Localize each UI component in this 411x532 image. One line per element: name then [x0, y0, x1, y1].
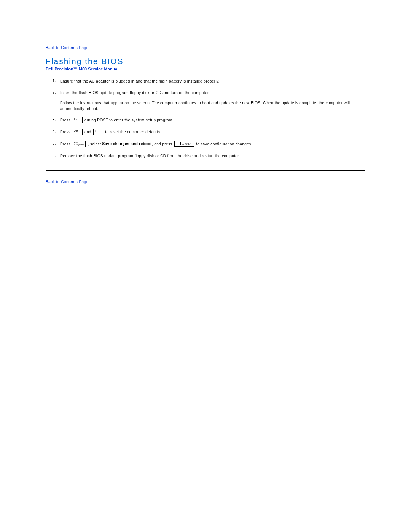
bold-text: Save changes and reboot — [102, 141, 152, 145]
step-text: , and press — [152, 142, 174, 146]
back-to-contents-link-top[interactable]: Back to Contents Page — [46, 46, 89, 50]
f2-key-icon: F2 — [73, 117, 83, 123]
step-text: to reset the computer defaults. — [105, 130, 161, 134]
list-item: Press Esc Suspend , select Save changes … — [57, 141, 365, 147]
f-key-icon: F — [93, 129, 103, 135]
esc-suspend-key-icon: Esc Suspend — [73, 141, 86, 147]
page-title: Flashing the BIOS — [46, 57, 365, 66]
step-text: during POST to enter the system setup pr… — [84, 118, 174, 122]
step-text: Insert the flash BIOS update program flo… — [60, 91, 210, 95]
step-text: and — [84, 130, 92, 134]
step-text: Remove the flash BIOS update program flo… — [60, 154, 240, 158]
step-text: Press — [60, 118, 72, 122]
back-to-contents-link-bottom[interactable]: Back to Contents Page — [46, 180, 89, 184]
steps-list: Ensure that the AC adapter is plugged in… — [46, 78, 365, 159]
step-text: to save configuration changes. — [196, 142, 252, 146]
step-text: , select — [88, 142, 102, 146]
page-subtitle: Dell Precision™ M60 Service Manual — [46, 67, 365, 71]
list-item: Ensure that the AC adapter is plugged in… — [57, 78, 365, 84]
alt-key-icon: Alt — [73, 129, 83, 135]
step-continuation: Follow the instructions that appear on t… — [60, 100, 365, 112]
step-text: Ensure that the AC adapter is plugged in… — [60, 79, 220, 83]
divider — [46, 170, 365, 171]
step-text: Press — [60, 130, 72, 134]
step-text: Press — [60, 142, 72, 146]
enter-key-icon: ←Enter — [174, 141, 194, 147]
list-item: Insert the flash BIOS update program flo… — [57, 89, 365, 112]
list-item: Press F2 during POST to enter the system… — [57, 117, 365, 123]
list-item: Press Alt and F to reset the computer de… — [57, 129, 365, 135]
list-item: Remove the flash BIOS update program flo… — [57, 153, 365, 159]
